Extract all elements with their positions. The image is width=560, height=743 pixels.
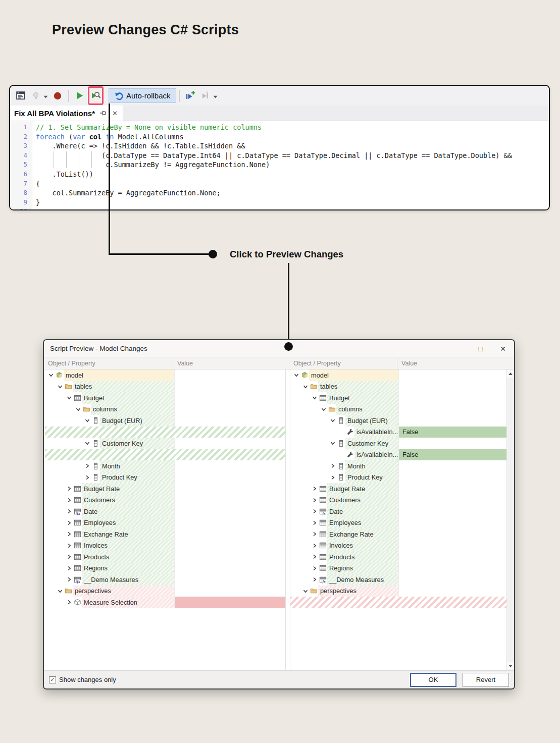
chevron-collapsed-icon[interactable] xyxy=(65,495,73,506)
header-value-left[interactable]: Value xyxy=(173,357,284,369)
tree-row[interactable]: Invoices xyxy=(290,540,506,552)
tree-row[interactable]: Exchange Rate xyxy=(290,528,506,540)
header-object-property-left[interactable]: Object / Property xyxy=(44,357,173,369)
tree-row[interactable]: Products xyxy=(45,551,285,563)
tree-row[interactable]: fx__Demo Measures xyxy=(290,574,506,586)
tree-row[interactable]: fxDate xyxy=(290,506,506,517)
tree-row[interactable]: columns xyxy=(45,404,285,415)
chevron-collapsed-icon[interactable] xyxy=(311,483,318,495)
chevron-collapsed-icon[interactable] xyxy=(329,472,336,484)
chevron-collapsed-icon[interactable] xyxy=(329,460,336,472)
tree-row[interactable]: Month xyxy=(45,460,285,472)
chevron-expanded-icon[interactable] xyxy=(83,438,91,449)
tree-row[interactable]: Products xyxy=(290,551,506,563)
tree-row[interactable]: Invoices xyxy=(45,540,285,552)
bpa-lightbulb-button[interactable] xyxy=(28,88,43,104)
tree-row[interactable]: Budget Rate xyxy=(45,483,285,495)
tree-row[interactable]: Budget (EUR) xyxy=(290,415,506,427)
chevron-collapsed-icon[interactable] xyxy=(311,574,318,586)
tab-fix-all-bpa-violations[interactable]: Fix All BPA Violations* ✕ xyxy=(10,105,123,121)
record-macro-button[interactable] xyxy=(50,88,65,104)
tree-row[interactable]: Budget Rate xyxy=(290,483,506,495)
tree-row[interactable]: perspectives xyxy=(290,586,506,597)
chevron-collapsed-icon[interactable] xyxy=(311,528,318,540)
chevron-expanded-icon[interactable] xyxy=(74,404,82,415)
chevron-collapsed-icon[interactable] xyxy=(65,597,73,608)
tree-row[interactable]: Product Key xyxy=(290,472,506,484)
tree-row[interactable]: Budget xyxy=(45,392,285,404)
chevron-collapsed-icon[interactable] xyxy=(311,563,318,574)
chevron-collapsed-icon[interactable] xyxy=(311,551,318,563)
tree-row[interactable]: Employees xyxy=(290,517,506,529)
chevron-collapsed-icon[interactable] xyxy=(65,506,73,517)
tree-row[interactable]: model xyxy=(290,369,506,381)
revert-button[interactable]: Revert xyxy=(463,673,509,687)
tree-row[interactable]: columns xyxy=(290,404,506,415)
scroll-up-button[interactable] xyxy=(507,369,514,378)
new-script-button[interactable] xyxy=(13,88,28,104)
chevron-expanded-icon[interactable] xyxy=(320,404,327,415)
header-object-property-right[interactable]: Object / Property xyxy=(289,357,397,369)
show-changes-only-checkbox[interactable]: ✓ xyxy=(49,676,56,683)
tree-row[interactable]: Measure Selection xyxy=(45,597,285,608)
chevron-collapsed-icon[interactable] xyxy=(311,506,318,517)
tree-row[interactable]: Budget xyxy=(290,392,506,404)
chevron-collapsed-icon[interactable] xyxy=(311,517,318,529)
chevron-collapsed-icon[interactable] xyxy=(311,540,318,552)
dialog-titlebar[interactable]: Script Preview - Model Changes □ ✕ xyxy=(44,340,514,357)
tree-row[interactable]: Employees xyxy=(45,517,285,529)
header-value-right[interactable]: Value xyxy=(397,357,514,369)
chevron-collapsed-icon[interactable] xyxy=(83,472,91,484)
tree-row[interactable]: Month xyxy=(290,460,506,472)
auto-rollback-toggle[interactable]: Auto-rollback xyxy=(109,88,176,103)
chevron-expanded-icon[interactable] xyxy=(56,586,64,597)
chevron-collapsed-icon[interactable] xyxy=(65,574,73,586)
scrollbar-track[interactable] xyxy=(507,378,514,662)
tree-row[interactable]: perspectives xyxy=(45,586,285,597)
tree-row[interactable]: Product Key xyxy=(45,472,285,484)
preview-changes-button[interactable] xyxy=(90,90,101,101)
run-new-button[interactable] xyxy=(183,88,198,104)
chevron-expanded-icon[interactable] xyxy=(292,369,300,381)
chevron-expanded-icon[interactable] xyxy=(47,369,55,381)
tree-row[interactable]: tables xyxy=(290,381,506,393)
tree-row[interactable]: isAvailableIn...False xyxy=(290,449,506,461)
chevron-expanded-icon[interactable] xyxy=(329,438,336,449)
run-to-end-button[interactable] xyxy=(198,88,213,104)
chevron-expanded-icon[interactable] xyxy=(83,415,91,427)
tree-row[interactable]: Budget (EUR) xyxy=(45,415,285,427)
maximize-button[interactable]: □ xyxy=(470,340,492,357)
chevron-expanded-icon[interactable] xyxy=(301,381,309,393)
tab-close-icon[interactable]: ✕ xyxy=(112,110,118,117)
chevron-expanded-icon[interactable] xyxy=(311,392,318,404)
chevron-collapsed-icon[interactable] xyxy=(65,483,73,495)
tree-row[interactable]: fxDate xyxy=(45,506,285,517)
tree-row[interactable]: model xyxy=(45,369,285,381)
scroll-down-button[interactable] xyxy=(507,662,514,670)
chevron-collapsed-icon[interactable] xyxy=(65,528,73,540)
tree-row[interactable]: Regions xyxy=(45,563,285,574)
tree-row[interactable]: Customer Key xyxy=(45,438,285,449)
chevron-collapsed-icon[interactable] xyxy=(65,517,73,529)
ok-button[interactable]: OK xyxy=(410,673,456,687)
tree-row[interactable]: fx__Demo Measures xyxy=(45,574,285,586)
tree-row[interactable]: isAvailableIn...False xyxy=(290,427,506,438)
chevron-collapsed-icon[interactable] xyxy=(311,495,318,506)
vertical-scrollbar[interactable] xyxy=(506,369,514,670)
chevron-collapsed-icon[interactable] xyxy=(65,540,73,552)
tree-row[interactable]: tables xyxy=(45,381,285,393)
run-dropdown-chevron[interactable] xyxy=(213,91,218,100)
chevron-expanded-icon[interactable] xyxy=(301,586,309,597)
close-button[interactable]: ✕ xyxy=(492,340,514,357)
tree-row[interactable]: Customers xyxy=(45,495,285,506)
code-editor[interactable]: 12345678910 // 1. Set SummarizeBy = None… xyxy=(10,121,549,209)
chevron-expanded-icon[interactable] xyxy=(56,381,64,393)
chevron-collapsed-icon[interactable] xyxy=(65,551,73,563)
lightbulb-dropdown-chevron[interactable] xyxy=(43,91,48,100)
tree-row[interactable]: Customers xyxy=(290,495,506,506)
chevron-collapsed-icon[interactable] xyxy=(65,563,73,574)
chevron-collapsed-icon[interactable] xyxy=(83,460,91,472)
pin-icon[interactable] xyxy=(99,110,108,117)
chevron-expanded-icon[interactable] xyxy=(329,415,336,427)
run-script-button[interactable] xyxy=(72,88,87,104)
